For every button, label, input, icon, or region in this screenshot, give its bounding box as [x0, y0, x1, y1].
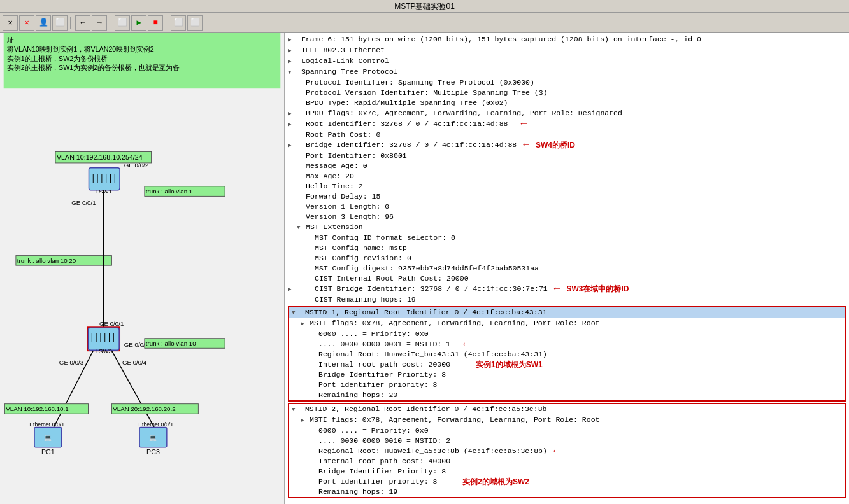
bpdu-flags-line[interactable]: BPDU flags: 0x7c, Agreement, Forwarding,… [285, 108, 849, 119]
pc1-eth: Ethernet 0/0/1 [29, 421, 64, 428]
mstid2-regroot-line[interactable]: Regional Root: HuaweiTe_a5:3c:8b (4c:1f:… [289, 446, 845, 456]
protocol-id-text: Protocol Identifier: Spanning Tree Proto… [306, 78, 534, 88]
bridge-id-line[interactable]: Bridge Identifier: 32768 / 0 / 4c:1f:cc:… [285, 140, 849, 151]
ethernet-arrow[interactable] [288, 45, 297, 56]
toolbar-btn-play[interactable]: ▶ [131, 15, 146, 31]
toolbar-btn-person[interactable]: 👤 [36, 15, 51, 31]
bridge-id-arrow[interactable] [288, 140, 297, 151]
mstid2-prio-line[interactable]: 0000 .... = Priority: 0x0 [289, 426, 845, 436]
sw4-bridge-id-annotation: SW4的桥ID [536, 140, 575, 150]
hello-time-text: Hello Time: 2 [306, 181, 363, 192]
toolbar-btn-stop[interactable]: ■ [148, 15, 163, 31]
protocol-id-line[interactable]: Protocol Identifier: Spanning Tree Proto… [285, 78, 849, 88]
mstid1-flags-line[interactable]: MSTI flags: 0x78, Agreement, Forwarding,… [289, 318, 845, 329]
mstid1-hops-line[interactable]: Remaining hops: 20 [289, 390, 845, 400]
cist-bridge-id-line[interactable]: CIST Bridge Identifier: 32768 / 0 / 4c:1… [285, 284, 849, 295]
stp-header[interactable]: Spanning Tree Protocol [285, 67, 849, 78]
trunk-label-3: trunk : allo vlan 10 [146, 340, 196, 347]
mstid2-flags-line[interactable]: MSTI flags: 0x78, Agreement, Forwarding,… [289, 415, 845, 426]
cist-bridge-id-arrow[interactable] [288, 284, 297, 295]
mst-cfg-rev-line[interactable]: MST Config revision: 0 [285, 253, 849, 263]
toolbar-btn-dots[interactable]: ⬜ [52, 15, 68, 31]
root-path-cost-line[interactable]: Root Path Cost: 0 [285, 130, 849, 140]
ver3-len-text: Version 3 Length: 96 [306, 212, 394, 222]
sw3-bridge-id-annotation: SW3在域中的桥ID [566, 284, 629, 294]
mstid1-cost-line[interactable]: Internal root path cost: 20000 实例1的域根为SW… [289, 360, 845, 370]
mstid1-prio-text: 0000 .... = Priority: 0x0 [318, 329, 429, 339]
mstid1-port-prio-line[interactable]: Port identifier priority: 8 [289, 380, 845, 390]
max-age-line[interactable]: Max Age: 20 [285, 171, 849, 181]
mst-cfg-name-line[interactable]: MST Config name: mstp [285, 243, 849, 253]
mstid1-header-line[interactable]: MSTID 1, Regional Root Identifier 0 / 4c… [289, 307, 845, 318]
frame-arrow[interactable] [288, 34, 297, 45]
packet-details: Frame 6: 151 bytes on wire (1208 bits), … [285, 34, 849, 498]
frame-line[interactable]: Frame 6: 151 bytes on wire (1208 bits), … [285, 34, 849, 45]
mstid1-flags-arrow[interactable] [301, 318, 310, 329]
toolbar-btn-forward[interactable]: → [92, 15, 107, 31]
llc-line[interactable]: Logical-Link Control [285, 56, 849, 67]
main-content: 址 将VLAN10映射到实例1，将VLAN20映射到实例2 实例1的主根桥，SW… [0, 33, 849, 504]
left-panel: 址 将VLAN10映射到实例1，将VLAN20映射到实例2 实例1的主根桥，SW… [0, 33, 285, 504]
msg-age-line[interactable]: Message Age: 0 [285, 161, 849, 171]
lsw3-label: LSW3 [96, 347, 112, 354]
mstid1-box: MSTID 1, Regional Root Identifier 0 / 4c… [288, 306, 846, 402]
hello-time-line[interactable]: Hello Time: 2 [285, 181, 849, 192]
mstid1-bridge-prio-line[interactable]: Bridge Identifier Priority: 8 [289, 370, 845, 380]
mstid1-regroot-line[interactable]: Regional Root: HuaweiTe_ba:43:31 (4c:1f:… [289, 349, 845, 360]
right-panel[interactable]: Frame 6: 151 bytes on wire (1208 bits), … [285, 33, 849, 504]
info-line-1: 址 [7, 36, 276, 45]
mst-ext-arrow[interactable] [297, 222, 306, 233]
mstid2-mstid-line[interactable]: .... 0000 0000 0010 = MSTID: 2 [289, 436, 845, 446]
mstid2-port-prio-line[interactable]: Port identifier priority: 8 实例2的域根为SW2 [289, 477, 845, 487]
mstid2-bridge-prio-line[interactable]: Bridge Identifier Priority: 8 [289, 466, 845, 477]
toolbar-btn-capture[interactable]: ⬜ [115, 15, 130, 31]
fwd-delay-text: Forward Delay: 15 [306, 192, 380, 202]
ver1-len-line[interactable]: Version 1 Length: 0 [285, 202, 849, 212]
toolbar: ✕ ✕ 👤 ⬜ ← → ⬜ ▶ ■ ⬜ ⬜ [0, 13, 849, 33]
mstid1-mstid-line[interactable]: .... 0000 0000 0001 = MSTID: 1 ← [289, 339, 845, 349]
mstid1-port-prio-text: Port identifier priority: 8 [318, 380, 437, 390]
bpdu-flags-text: BPDU flags: 0x7c, Agreement, Forwarding,… [306, 108, 622, 118]
toolbar-sep-2 [110, 17, 112, 29]
mstid1-prio-line[interactable]: 0000 .... = Priority: 0x0 [289, 329, 845, 339]
info-line-2: 将VLAN10映射到实例1，将VLAN20映射到实例2 [7, 45, 276, 54]
stp-arrow[interactable] [288, 67, 297, 78]
toolbar-btn-sq1[interactable]: ⬜ [171, 15, 186, 31]
port-id-line[interactable]: Port Identifier: 0x8001 [285, 151, 849, 161]
vlan-top-label: VLAN 10:192.168.10.254/24 [57, 153, 143, 161]
mstid1-cost-text: Internal root path cost: 20000 [318, 360, 450, 370]
max-age-text: Max Age: 20 [306, 171, 354, 181]
mstid2-header-text: MSTID 2, Regional Root Identifier 0 / 4c… [301, 404, 546, 414]
mstid2-cost-line[interactable]: Internal root path cost: 40000 [289, 456, 845, 466]
mstid2-header-line[interactable]: MSTID 2, Regional Root Identifier 0 / 4c… [289, 404, 845, 415]
ethernet-line[interactable]: IEEE 802.3 Ethernet [285, 45, 849, 56]
bridge-id-text: Bridge Identifier: 32768 / 0 / 4c:1f:cc:… [306, 140, 517, 150]
cist-hops-line[interactable]: CIST Remaining hops: 19 [285, 295, 849, 305]
toolbar-btn-x2[interactable]: ✕ [19, 15, 34, 31]
cist-bridge-id-text: CIST Bridge Identifier: 32768 / 0 / 4c:1… [315, 284, 548, 294]
protocol-ver-line[interactable]: Protocol Version Identifier: Multiple Sp… [285, 88, 849, 98]
bpdu-flags-arrow[interactable] [288, 108, 297, 119]
llc-arrow[interactable] [288, 56, 297, 67]
fwd-delay-line[interactable]: Forward Delay: 15 [285, 192, 849, 202]
toolbar-btn-x1[interactable]: ✕ [3, 15, 18, 31]
mst-cfg-fmt-line[interactable]: MST Config ID format selector: 0 [285, 233, 849, 243]
mstid2-flags-arrow[interactable] [301, 415, 310, 426]
toolbar-btn-back[interactable]: ← [75, 15, 90, 31]
root-id-arrow[interactable] [288, 119, 297, 130]
mstid1-arrow[interactable] [292, 307, 301, 318]
mstid2-cost-text: Internal root path cost: 40000 [318, 456, 450, 466]
mst-cfg-digest-line[interactable]: MST Config digest: 9357ebb7a8d74dd5fef4f… [285, 263, 849, 274]
bpdu-type-line[interactable]: BPDU Type: Rapid/Multiple Spanning Tree … [285, 98, 849, 108]
mst-ext-header[interactable]: MST Extension [285, 222, 849, 233]
lsw3-ge004: GE 0/0/4 [122, 359, 147, 366]
mstid2-flags-text: MSTI flags: 0x78, Agreement, Forwarding,… [310, 415, 599, 425]
mstid1-mstid-text: .... 0000 0000 0001 = MSTID: 1 [318, 339, 450, 349]
mstid2-arrow[interactable] [292, 404, 301, 415]
toolbar-btn-sq2[interactable]: ⬜ [187, 15, 203, 31]
title-bar: MSTP基础实验01 [0, 0, 849, 13]
mstid2-hops-line[interactable]: Remaining hops: 19 [289, 487, 845, 497]
ver3-len-line[interactable]: Version 3 Length: 96 [285, 212, 849, 222]
cist-root-cost-line[interactable]: CIST Internal Root Path Cost: 20000 [285, 274, 849, 284]
root-id-line[interactable]: Root Identifier: 32768 / 0 / 4c:1f:cc:1a… [285, 119, 849, 130]
